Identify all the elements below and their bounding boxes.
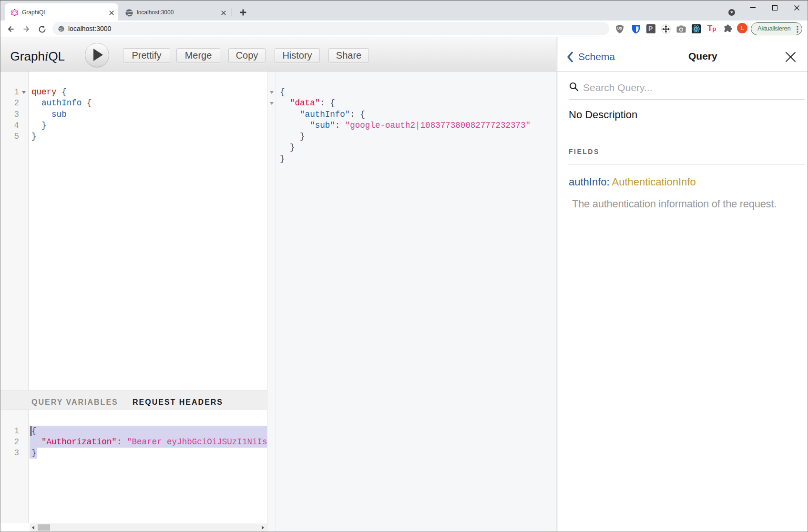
svg-text:UD: UD [617, 27, 622, 30]
